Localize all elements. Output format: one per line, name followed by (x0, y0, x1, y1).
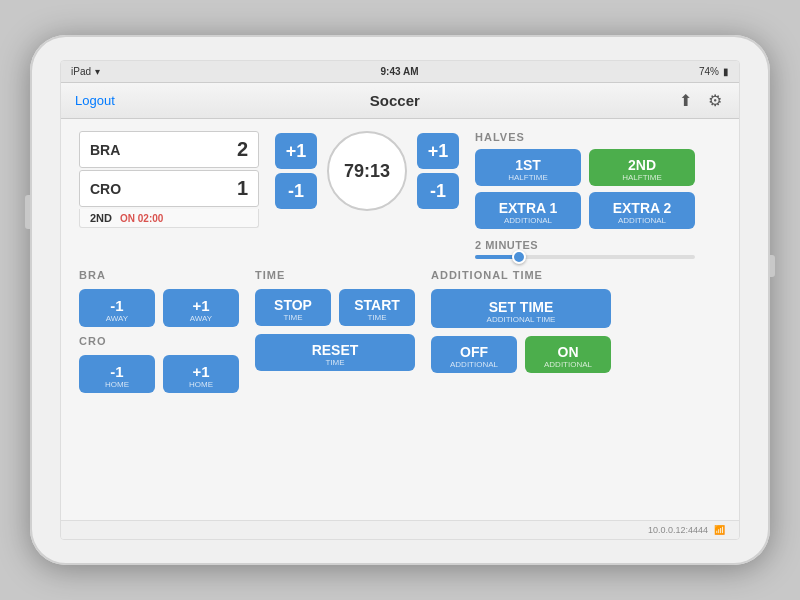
bottom-section: BRA -1 AWAY +1 AWAY CRO (79, 269, 721, 393)
set-time-btn[interactable]: SET TIME ADDITIONAL TIME (431, 289, 611, 328)
gear-icon[interactable]: ⚙ (705, 91, 725, 111)
score-status: 2ND ON 02:00 (79, 209, 259, 228)
screen: iPad ▾ 9:43 AM 74% ▮ Logout Soccer ⬆ ⚙ (60, 60, 740, 540)
minutes-slider-thumb[interactable] (512, 250, 526, 264)
minutes-section: 2 MINUTES (475, 239, 695, 259)
bra-plus-btn[interactable]: +1 AWAY (163, 289, 239, 327)
start-label: START (343, 297, 411, 313)
time-label: TIME (255, 269, 415, 281)
half-1st-label: 1ST (481, 157, 575, 173)
bra-label: BRA (79, 269, 239, 281)
extra1-sub: ADDITIONAL (481, 216, 575, 225)
share-icon[interactable]: ⬆ (675, 91, 695, 111)
team1-plus-timer[interactable]: +1 (275, 133, 317, 169)
status-right: 74% ▮ (699, 66, 729, 77)
team2-score: 1 (237, 177, 248, 200)
timer-pm-row: +1 -1 79:13 +1 -1 (275, 131, 459, 211)
minutes-slider[interactable] (475, 255, 695, 259)
on-btn[interactable]: ON ADDITIONAL (525, 336, 611, 373)
time-section: TIME STOP TIME START TIME RESET TIM (255, 269, 415, 393)
bra-minus-label: -1 (83, 297, 151, 314)
half-btn-1st[interactable]: 1ST HALFTIME (475, 149, 581, 186)
main-content: BRA 2 CRO 1 2ND ON 02:00 (61, 119, 739, 520)
stop-sub: TIME (259, 313, 327, 322)
on-sub: ADDITIONAL (529, 360, 607, 369)
team1-score: 2 (237, 138, 248, 161)
cro-label: CRO (79, 335, 239, 347)
bra-minus-sub: AWAY (83, 314, 151, 323)
off-label: OFF (435, 344, 513, 360)
cro-btns: -1 HOME +1 HOME (79, 355, 239, 393)
set-time-sub: ADDITIONAL TIME (435, 315, 607, 324)
cro-plus-label: +1 (167, 363, 235, 380)
ip-address: 10.0.0.12:4444 (648, 525, 708, 535)
extra2-label: EXTRA 2 (595, 200, 689, 216)
nav-icons: ⬆ ⚙ (675, 91, 725, 111)
tablet-device: iPad ▾ 9:43 AM 74% ▮ Logout Soccer ⬆ ⚙ (30, 35, 770, 565)
right-pm-col: +1 -1 (417, 133, 459, 209)
team2-name: CRO (90, 181, 121, 197)
half-btn-extra2[interactable]: EXTRA 2 ADDITIONAL (589, 192, 695, 229)
off-btn[interactable]: OFF ADDITIONAL (431, 336, 517, 373)
cro-plus-btn[interactable]: +1 HOME (163, 355, 239, 393)
bra-section: BRA -1 AWAY +1 AWAY CRO (79, 269, 239, 393)
bra-plus-sub: AWAY (167, 314, 235, 323)
nav-bar: Logout Soccer ⬆ ⚙ (61, 83, 739, 119)
battery-percent: 74% (699, 66, 719, 77)
screen-footer: 10.0.0.12:4444 📶 (61, 520, 739, 539)
on-label: ON (529, 344, 607, 360)
start-sub: TIME (343, 313, 411, 322)
on-time: ON 02:00 (120, 213, 163, 224)
nav-title: Soccer (370, 92, 420, 109)
score-row-team2: CRO 1 (79, 170, 259, 207)
additional-label: ADDITIONAL TIME (431, 269, 611, 281)
stop-label: STOP (259, 297, 327, 313)
halves-section: HALVES 1ST HALFTIME 2ND HALFTIME (475, 131, 695, 259)
half-btn-2nd[interactable]: 2ND HALFTIME (589, 149, 695, 186)
team2-plus-timer[interactable]: +1 (417, 133, 459, 169)
extra2-sub: ADDITIONAL (595, 216, 689, 225)
half-2nd-label: 2ND (595, 157, 689, 173)
reset-btn[interactable]: RESET TIME (255, 334, 415, 371)
status-left: iPad ▾ (71, 66, 100, 77)
wifi-icon: ▾ (95, 66, 100, 77)
status-bar: iPad ▾ 9:43 AM 74% ▮ (61, 61, 739, 83)
stop-btn[interactable]: STOP TIME (255, 289, 331, 326)
time-btns: STOP TIME START TIME (255, 289, 415, 326)
logout-button[interactable]: Logout (75, 93, 115, 108)
current-half: 2ND (90, 212, 112, 224)
reset-sub: TIME (259, 358, 411, 367)
volume-button[interactable] (25, 195, 30, 229)
half-2nd-sub: HALFTIME (595, 173, 689, 182)
reset-label: RESET (259, 342, 411, 358)
left-pm-col: +1 -1 (275, 133, 317, 209)
top-section: BRA 2 CRO 1 2ND ON 02:00 (79, 131, 721, 259)
off-sub: ADDITIONAL (435, 360, 513, 369)
wifi-status-icon: 📶 (714, 525, 725, 535)
set-time-label: SET TIME (435, 299, 607, 315)
bra-btns: -1 AWAY +1 AWAY (79, 289, 239, 327)
team1-minus-timer[interactable]: -1 (275, 173, 317, 209)
onoff-btns: OFF ADDITIONAL ON ADDITIONAL (431, 336, 611, 373)
timer-display: 79:13 (327, 131, 407, 211)
team1-name: BRA (90, 142, 120, 158)
bra-minus-btn[interactable]: -1 AWAY (79, 289, 155, 327)
status-time: 9:43 AM (381, 66, 419, 77)
extra1-label: EXTRA 1 (481, 200, 575, 216)
battery-icon: ▮ (723, 66, 729, 77)
half-btn-extra1[interactable]: EXTRA 1 ADDITIONAL (475, 192, 581, 229)
start-btn[interactable]: START TIME (339, 289, 415, 326)
team2-minus-timer[interactable]: -1 (417, 173, 459, 209)
timer-section: +1 -1 79:13 +1 -1 (275, 131, 459, 211)
cro-plus-sub: HOME (167, 380, 235, 389)
half-1st-sub: HALFTIME (481, 173, 575, 182)
device-label: iPad (71, 66, 91, 77)
minutes-label: 2 MINUTES (475, 239, 695, 251)
score-panel: BRA 2 CRO 1 2ND ON 02:00 (79, 131, 259, 228)
score-row-team1: BRA 2 (79, 131, 259, 168)
cro-minus-sub: HOME (83, 380, 151, 389)
halves-row-top: 1ST HALFTIME 2ND HALFTIME (475, 149, 695, 186)
halves-row-bottom: EXTRA 1 ADDITIONAL EXTRA 2 ADDITIONAL (475, 192, 695, 229)
power-button[interactable] (770, 255, 775, 277)
cro-minus-btn[interactable]: -1 HOME (79, 355, 155, 393)
